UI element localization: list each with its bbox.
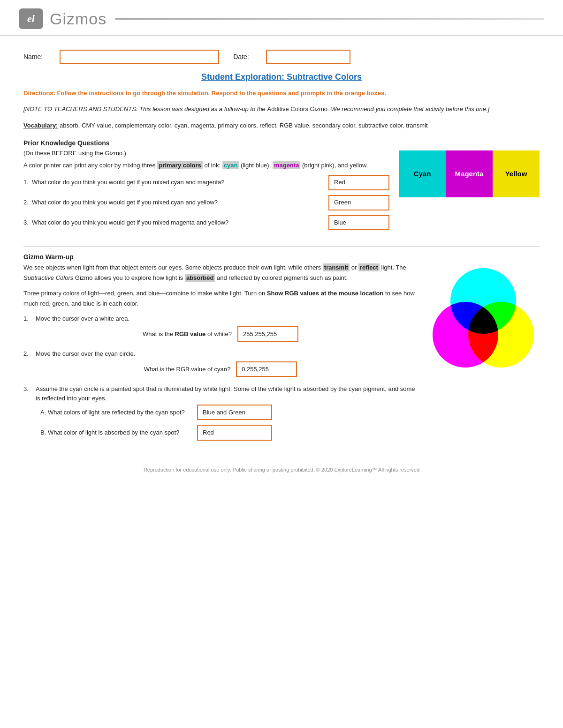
sub-b-label: B. What color of light is absorbed by th… [40, 428, 190, 437]
prior-knowledge-section: Prior Knowledge Questions (Do these BEFO… [23, 139, 540, 238]
question-row-1: 1. What color do you think you would get… [23, 175, 389, 190]
warmup-q2-text: 2. Move the cursor over the cyan circle. [23, 349, 418, 359]
date-input[interactable] [266, 50, 350, 64]
warmup-q1-answer-box[interactable]: 255,255,255 [237, 326, 298, 342]
primary-colors-visual: Cyan Magenta Yellow [399, 149, 540, 197]
prior-questions-list: 1. What color do you think you would get… [23, 175, 389, 230]
yellow-block: Yellow [493, 150, 540, 197]
footer: Reproduction for educational use only. P… [23, 467, 540, 478]
question-1-text: 1. What color do you think you would get… [23, 178, 322, 188]
note-text: [NOTE TO TEACHERS AND STUDENTS: This les… [23, 105, 540, 114]
warmup-para2: Three primary colors of light—red, green… [23, 288, 418, 308]
sub-a-answer-val: Blue and Green [203, 407, 245, 417]
answer-box-1[interactable]: Red [328, 175, 389, 190]
logo-box: el [19, 8, 43, 29]
yellow-block-label: Yellow [505, 170, 527, 178]
absorbed-highlight: absorbed [185, 274, 215, 282]
vocab-terms: absorb, CMY value, complementary color, … [60, 122, 427, 129]
answer-3-value: Blue [334, 218, 346, 228]
note-italic2: . We recommend you complete that activit… [327, 105, 489, 113]
warmup-q1-block: 1. Move the cursor over a white area. Wh… [23, 314, 418, 342]
vocabulary-section: Vocabulary: absorb, CMY value, complemen… [23, 121, 540, 131]
note-normal: Additive Colors Gizmo [267, 105, 327, 113]
warmup-q3-sub-b: B. What color of light is absorbed by th… [40, 425, 418, 440]
date-label: Date: [233, 53, 249, 60]
warmup-q1-sub: What is the RGB value of white? [143, 329, 232, 339]
note-italic: [NOTE TO TEACHERS AND STUDENTS: This les… [23, 105, 267, 113]
cyan-highlight: cyan [222, 161, 239, 169]
show-rgb-bold: Show RGB values at the mouse location [267, 290, 384, 297]
cmy-diagram [427, 265, 540, 368]
warmup-q3-text: 3. Assume the cyan circle is a painted s… [23, 384, 418, 403]
sub-b-answer-val: Red [203, 428, 214, 437]
warmup-q3-num: 3. [23, 384, 32, 403]
subtractive-colors-italic: Subtractive Colors [23, 274, 73, 281]
magenta-block-label: Magenta [455, 170, 484, 178]
main-content: Name: Date: Student Exploration: Subtrac… [0, 40, 563, 492]
answer-1-value: Red [334, 178, 345, 188]
warmup-q1-text: 1. Move the cursor over a white area. [23, 314, 418, 323]
question-row-2: 2. What color do you think you would get… [23, 195, 389, 210]
warmup-q3-content: Assume the cyan circle is a painted spot… [36, 384, 418, 403]
warmup-q3-block: 3. Assume the cyan circle is a painted s… [23, 384, 418, 441]
warmup-paragraphs: We see objects when light from that obje… [23, 263, 418, 448]
prior-layout: (Do these BEFORE using the Gizmo.) A col… [23, 149, 540, 238]
cyan-block-label: Cyan [414, 170, 431, 178]
warmup-q2-content: Move the cursor over the cyan circle. [36, 349, 135, 359]
directions-text: Directions: Follow the instructions to g… [23, 89, 540, 98]
name-input[interactable] [60, 50, 219, 64]
intro-text1: A color printer can print any color by m… [23, 162, 156, 169]
warmup-q2-sub: What is the RGB value of cyan? [144, 364, 230, 374]
question-2-text: 2. What color do you think you would get… [23, 198, 322, 208]
prior-subtitle: (Do these BEFORE using the Gizmo.) [23, 149, 389, 158]
warmup-q2-answer-row: What is the RGB value of cyan? 0,255,255 [23, 361, 418, 377]
name-date-row: Name: Date: [23, 50, 540, 64]
sub-a-label: A. What colors of light are reflected by… [40, 407, 190, 417]
question-3-text: 3. What color do you think you would get… [23, 218, 322, 228]
warmup-q3-sub-a: A. What colors of light are reflected by… [40, 405, 418, 420]
transmit-highlight: transmit [323, 263, 350, 271]
gizmo-warmup-section: Gizmo Warm-up We see objects when light … [23, 253, 540, 448]
magenta-desc: (bright pink), and yellow. [302, 162, 368, 169]
color-blocks-row: Cyan Magenta Yellow [399, 150, 540, 197]
header-line [115, 18, 544, 20]
warmup-q1-answer-val: 255,255,255 [243, 329, 277, 339]
warmup-title: Gizmo Warm-up [23, 253, 540, 261]
warmup-q2-num: 2. [23, 349, 32, 359]
magenta-highlight: magenta [273, 161, 300, 169]
warmup-layout: We see objects when light from that obje… [23, 263, 540, 448]
warmup-q2-answer-box[interactable]: 0,255,255 [236, 361, 297, 377]
answer-2-value: Green [334, 198, 351, 208]
vocab-label: Vocabulary: [23, 122, 58, 129]
divider-1 [23, 246, 540, 247]
warmup-q1-answer-row: What is the RGB value of white? 255,255,… [23, 326, 418, 342]
name-label: Name: [23, 53, 43, 60]
question-row-3: 3. What color do you think you would get… [23, 215, 389, 231]
warmup-q1-content: Move the cursor over a white area. [36, 314, 129, 323]
sub-b-answer-box[interactable]: Red [197, 425, 272, 440]
reflect-highlight: reflect [358, 263, 380, 271]
logo-text: Gizmos [50, 10, 107, 28]
answer-box-2[interactable]: Green [328, 195, 389, 210]
warmup-para1: We see objects when light from that obje… [23, 263, 418, 283]
magenta-block: Magenta [446, 150, 493, 197]
sub-a-answer-box[interactable]: Blue and Green [197, 405, 272, 420]
warmup-q2-answer-val: 0,255,255 [242, 364, 269, 374]
prior-intro: A color printer can print any color by m… [23, 160, 389, 170]
rgb-bold: RGB value [175, 330, 206, 338]
page-title: Student Exploration: Subtractive Colors [23, 72, 540, 82]
intro-text2: of ink: [204, 162, 221, 169]
warmup-q2-block: 2. Move the cursor over the cyan circle.… [23, 349, 418, 377]
prior-text: (Do these BEFORE using the Gizmo.) A col… [23, 149, 389, 238]
answer-box-3[interactable]: Blue [328, 215, 389, 231]
header: el Gizmos [0, 0, 563, 36]
prior-knowledge-title: Prior Knowledge Questions [23, 139, 540, 147]
logo-el-text: el [27, 13, 35, 25]
highlight-primary-colors: primary colors [157, 161, 202, 169]
svg-point-2 [468, 302, 534, 368]
warmup-q1-num: 1. [23, 314, 32, 323]
cyan-block: Cyan [399, 150, 446, 197]
cyan-desc: (light blue), [241, 162, 271, 169]
